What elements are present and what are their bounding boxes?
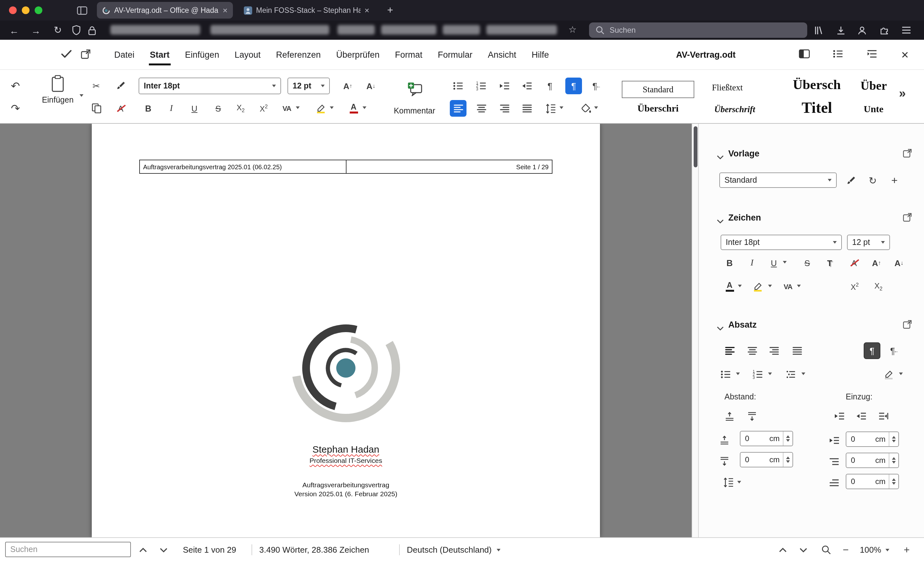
first-line-indent-value[interactable]: 0 [851, 477, 855, 486]
indent-after-value[interactable]: 0 [851, 456, 855, 465]
style-ueberschrift-3[interactable]: Überschri [622, 103, 694, 114]
bullet-list-icon[interactable] [450, 78, 466, 94]
paragraph-background-icon[interactable] [880, 366, 897, 383]
refresh-style-icon[interactable]: ↻ [864, 172, 881, 189]
menu-referenzen[interactable]: Referenzen [276, 50, 321, 59]
tab-sidebar-icon[interactable] [77, 6, 87, 17]
paste-button[interactable]: Einfügen [36, 75, 80, 119]
style-titel[interactable]: Titel [769, 99, 865, 117]
scroll-down-icon[interactable] [795, 542, 812, 557]
paragraph-rtl-toggle[interactable]: ¶← [886, 343, 903, 359]
browser-search-field[interactable]: Suchen [589, 22, 807, 38]
align-left-button[interactable] [450, 100, 466, 117]
open-dialog-icon[interactable] [903, 149, 912, 160]
undo-icon[interactable]: ↶ [7, 78, 24, 94]
outline-view-icon[interactable] [867, 49, 877, 61]
italic-button[interactable]: I [744, 254, 760, 271]
bold-button[interactable]: B [140, 100, 157, 117]
stepper[interactable] [783, 453, 792, 467]
document-title-line1[interactable]: Auftragsverarbeitungsvertrag [92, 481, 600, 489]
toggle-sidebar-icon[interactable] [799, 49, 810, 61]
shrink-font-icon[interactable]: A↓ [361, 78, 381, 94]
forward-button[interactable]: → [28, 22, 44, 38]
close-window-button[interactable] [9, 6, 16, 14]
scroll-up-icon[interactable] [774, 542, 791, 557]
indent-from-right-icon[interactable] [875, 408, 892, 425]
close-document-icon[interactable]: ✕ [901, 49, 909, 61]
strikethrough-button[interactable]: S [210, 100, 226, 117]
align-right-button[interactable] [765, 343, 782, 359]
account-icon[interactable] [854, 22, 870, 38]
align-left-button[interactable] [721, 343, 738, 359]
open-dialog-icon[interactable] [903, 320, 912, 332]
tab-close-icon[interactable]: ✕ [364, 7, 370, 14]
spacing-above-value[interactable]: 0 [745, 434, 749, 443]
chevron-down-icon[interactable] [768, 285, 772, 287]
numbered-list-icon[interactable]: 123 [473, 78, 490, 94]
menu-ansicht[interactable]: Ansicht [488, 50, 516, 59]
zoom-window-button[interactable] [34, 6, 42, 14]
browser-tab-document[interactable]: AV-Vertrag.odt – Office @ Hada ✕ [97, 2, 233, 19]
first-line-indent-input[interactable]: 0 cm [846, 474, 899, 489]
zoom-out-button[interactable]: − [837, 542, 854, 557]
chevron-down-icon[interactable] [363, 106, 366, 109]
open-in-new-window-icon[interactable] [81, 49, 90, 61]
chevron-down-icon[interactable] [801, 373, 805, 375]
font-color-icon[interactable]: A [345, 100, 362, 117]
tracking-shield-icon[interactable] [68, 22, 85, 38]
chevron-down-icon[interactable] [899, 373, 903, 375]
stepper[interactable] [783, 431, 792, 446]
section-zeichen-title[interactable]: Zeichen [728, 213, 761, 223]
bullet-list-icon[interactable] [833, 49, 843, 61]
menu-format[interactable]: Format [395, 50, 423, 59]
open-dialog-icon[interactable] [903, 213, 912, 224]
superscript-button[interactable]: X2 [255, 100, 272, 117]
spacing-below-value[interactable]: 0 [745, 455, 749, 464]
chevron-down-icon[interactable] [80, 94, 83, 97]
character-spacing-button[interactable]: VA [780, 278, 796, 295]
document-search-input[interactable] [5, 542, 131, 557]
stepper[interactable] [889, 432, 898, 446]
redo-icon[interactable]: ↷ [7, 100, 24, 117]
increase-paragraph-spacing-icon[interactable] [721, 408, 738, 425]
copy-icon[interactable] [88, 100, 105, 117]
downloads-icon[interactable] [832, 22, 849, 38]
style-untertitel[interactable]: Unte [864, 104, 896, 115]
vertical-scrollbar[interactable] [692, 124, 698, 537]
align-center-button[interactable] [473, 100, 490, 117]
font-size-select[interactable]: 12 pt [288, 78, 330, 94]
align-right-button[interactable] [496, 100, 513, 117]
zoom-in-button[interactable]: + [898, 542, 915, 557]
style-ueberschrift-4[interactable]: Überschrift [699, 105, 771, 115]
indent-before-input[interactable]: 0 cm [846, 431, 899, 447]
zoom-level[interactable]: 100% [860, 538, 890, 561]
new-tab-button[interactable]: + [382, 3, 398, 17]
menu-hamburger-icon[interactable] [898, 22, 914, 38]
new-style-icon[interactable]: + [886, 172, 903, 189]
chevron-down-icon[interactable] [330, 106, 334, 109]
collapse-section-chevron-icon[interactable] [717, 151, 724, 162]
url-bar[interactable] [101, 21, 567, 40]
paragraph-style-select[interactable]: Standard [719, 172, 837, 188]
language-selector[interactable]: Deutsch (Deutschland) [407, 538, 501, 561]
justify-button[interactable] [789, 343, 805, 359]
italic-button[interactable]: I [163, 100, 180, 117]
formatting-marks-toggle[interactable]: ¶ [565, 78, 582, 94]
underline-button[interactable]: U [186, 100, 203, 117]
minimize-window-button[interactable] [22, 6, 30, 14]
collapse-section-chevron-icon[interactable] [717, 215, 724, 226]
stepper[interactable] [889, 474, 898, 489]
shrink-font-icon[interactable]: A↓ [890, 254, 909, 271]
lock-icon[interactable] [83, 22, 100, 38]
search-previous-icon[interactable] [135, 542, 152, 557]
cut-icon[interactable]: ✂ [88, 78, 105, 94]
menu-hilfe[interactable]: Hilfe [532, 50, 549, 59]
collapse-section-chevron-icon[interactable] [717, 322, 724, 334]
menu-layout[interactable]: Layout [234, 50, 261, 59]
underline-button[interactable]: U [765, 254, 782, 271]
more-styles-chevron-icon[interactable]: » [899, 87, 906, 101]
font-color-icon[interactable]: A [721, 278, 738, 295]
section-absatz-title[interactable]: Absatz [728, 320, 757, 329]
tab-close-icon[interactable]: ✕ [222, 7, 228, 14]
search-next-icon[interactable] [155, 542, 172, 557]
